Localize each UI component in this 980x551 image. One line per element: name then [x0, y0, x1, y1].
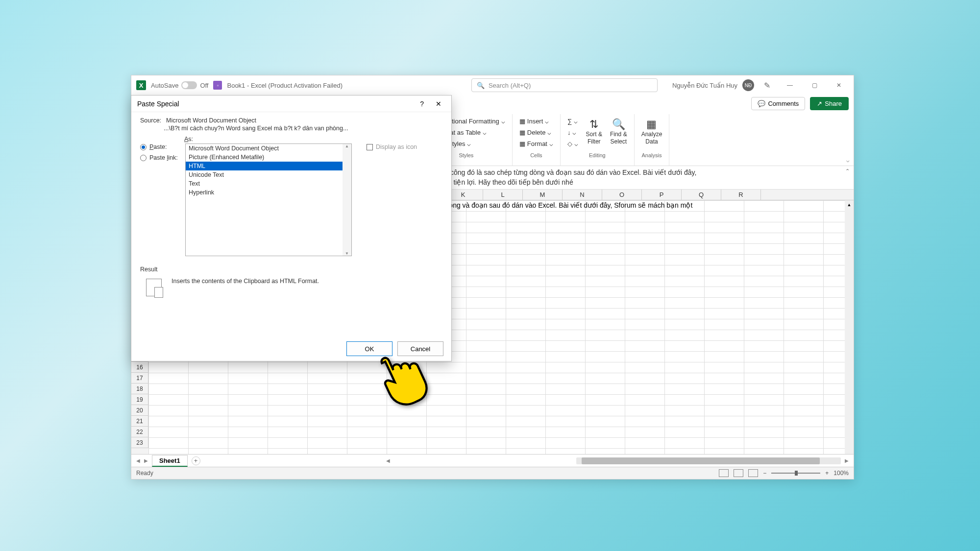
list-item[interactable]: Text [186, 179, 351, 188]
analyze-data-button[interactable]: ▦Analyze Data [638, 116, 665, 147]
list-item[interactable]: Unicode Text [186, 170, 351, 179]
user-avatar-icon[interactable]: NĐ [742, 79, 754, 91]
dialog-close-button[interactable]: ✕ [432, 99, 445, 109]
minimize-button[interactable]: — [780, 78, 800, 92]
ok-button[interactable]: OK [346, 341, 392, 356]
window-title: Book1 - Excel (Product Activation Failed… [227, 82, 343, 89]
row-header[interactable]: 20 [131, 405, 148, 416]
fill-button[interactable]: ↓ ⌵ [564, 127, 581, 138]
autosum-button[interactable]: ∑ ⌵ [564, 116, 581, 126]
zoom-in-icon[interactable]: + [825, 470, 829, 477]
zoom-slider[interactable] [771, 473, 820, 474]
scroll-right-icon[interactable]: ▶ [845, 458, 849, 463]
pen-icon[interactable]: ✎ [764, 81, 770, 90]
col-header[interactable]: R [721, 190, 761, 200]
checkbox-icon [367, 144, 373, 150]
autosave-toggle[interactable]: AutoSave Off [151, 81, 208, 89]
list-item[interactable]: HTML [186, 162, 351, 170]
paste-link-radio[interactable]: Paste link: [140, 154, 180, 161]
scroll-down-icon: ▼ [345, 251, 349, 256]
as-label: As: [184, 136, 442, 143]
search-icon: 🔍 [477, 82, 485, 89]
sheet-tab[interactable]: Sheet1 [152, 455, 188, 467]
toggle-icon [181, 81, 197, 89]
insert-icon: ▦ [519, 118, 525, 125]
autosave-label: AutoSave [151, 82, 178, 89]
delete-icon: ▦ [519, 129, 525, 136]
add-sheet-icon[interactable]: + [192, 456, 200, 465]
clear-button[interactable]: ◇ ⌵ [564, 139, 581, 149]
row-header[interactable]: 19 [131, 394, 148, 405]
find-select-button[interactable]: 🔍Find & Select [607, 116, 630, 147]
row-header[interactable]: 16 [131, 362, 148, 373]
restore-button[interactable]: ▢ [805, 78, 824, 92]
share-icon: ↗ [817, 100, 822, 107]
close-button[interactable]: ✕ [829, 78, 849, 92]
help-button[interactable]: ? [416, 99, 428, 109]
source-value: Microsoft Word Document Object [166, 117, 256, 124]
format-cells-button[interactable]: ▦ Format ⌵ [516, 139, 556, 149]
col-header[interactable]: O [602, 190, 642, 200]
page-layout-icon[interactable] [734, 469, 743, 477]
dialog-title: Paste Special [137, 100, 179, 108]
delete-cells-button[interactable]: ▦ Delete ⌵ [516, 127, 556, 138]
row-header[interactable]: 18 [131, 383, 148, 394]
comments-button[interactable]: 💬 Comments [751, 97, 805, 110]
tab-prev-icon[interactable]: ◀ [136, 458, 140, 463]
ribbon-group-cells: Cells [516, 151, 556, 159]
radio-icon [140, 155, 147, 161]
normal-view-icon[interactable] [719, 469, 729, 477]
find-icon: 🔍 [612, 118, 625, 131]
autosave-state: Off [200, 82, 208, 89]
list-item[interactable]: Hyperlink [186, 188, 351, 197]
scroll-left-icon[interactable]: ◀ [386, 458, 390, 463]
paste-radio-label: Paste: [149, 144, 167, 150]
cancel-button[interactable]: Cancel [397, 341, 443, 356]
list-item[interactable]: Picture (Enhanced Metafile) [186, 153, 351, 162]
list-item[interactable]: Microsoft Word Document Object [186, 144, 351, 153]
share-button[interactable]: ↗ Share [810, 97, 849, 110]
row-header[interactable]: 21 [131, 416, 148, 427]
horizontal-scrollbar[interactable] [576, 457, 841, 464]
sort-filter-icon: ⇅ [589, 118, 598, 131]
col-header[interactable]: N [563, 190, 602, 200]
status-ready: Ready [136, 470, 153, 477]
ribbon-group-analysis: Analysis [638, 151, 665, 159]
row-header[interactable]: 17 [131, 373, 148, 383]
col-header[interactable]: M [523, 190, 563, 200]
col-header[interactable]: P [642, 190, 682, 200]
paste-radio[interactable]: Paste: [140, 144, 180, 150]
col-header[interactable]: L [483, 190, 523, 200]
tab-next-icon[interactable]: ▶ [144, 458, 148, 463]
sheet-tab-bar: ◀ ▶ Sheet1 + ◀ ▶ [131, 454, 854, 467]
result-label: Result [140, 266, 442, 273]
sort-filter-button[interactable]: ⇅Sort & Filter [583, 116, 605, 147]
zoom-out-icon[interactable]: − [763, 470, 766, 477]
source-path: ...\B?t mí cách chuy?n Word sang Excel m… [164, 125, 442, 132]
status-bar: Ready − + 100% [131, 467, 854, 479]
expand-formula-icon[interactable]: ⌃ [845, 168, 850, 174]
share-label: Share [825, 100, 842, 107]
radio-icon [140, 144, 147, 150]
ribbon-group-editing: Editing [564, 151, 630, 159]
result-text: Inserts the contents of the Clipboard as… [172, 277, 319, 285]
paste-special-dialog: Paste Special ? ✕ Source: Microsoft Word… [131, 95, 452, 361]
dialog-titlebar: Paste Special ? ✕ [131, 96, 451, 112]
vertical-scrollbar[interactable]: ▲ [845, 200, 854, 454]
zoom-level: 100% [833, 470, 849, 477]
excel-logo-icon: X [136, 80, 146, 90]
clipboard-icon [146, 279, 162, 296]
format-listbox[interactable]: Microsoft Word Document ObjectPicture (E… [185, 144, 352, 256]
scroll-up-icon[interactable]: ▲ [847, 202, 852, 207]
list-scrollbar[interactable]: ▲▼ [343, 144, 351, 256]
row-header[interactable]: 23 [131, 437, 148, 448]
display-as-icon-checkbox: Display as icon [367, 144, 417, 150]
search-input[interactable]: 🔍 Search (Alt+Q) [471, 78, 658, 92]
save-icon[interactable] [213, 81, 222, 90]
row-header[interactable]: 22 [131, 427, 148, 437]
col-header[interactable]: Q [682, 190, 721, 200]
collapse-ribbon-icon[interactable]: ⌵ [846, 157, 850, 164]
insert-cells-button[interactable]: ▦ Insert ⌵ [516, 116, 556, 126]
source-label: Source: [140, 117, 161, 124]
page-break-icon[interactable] [748, 469, 758, 477]
